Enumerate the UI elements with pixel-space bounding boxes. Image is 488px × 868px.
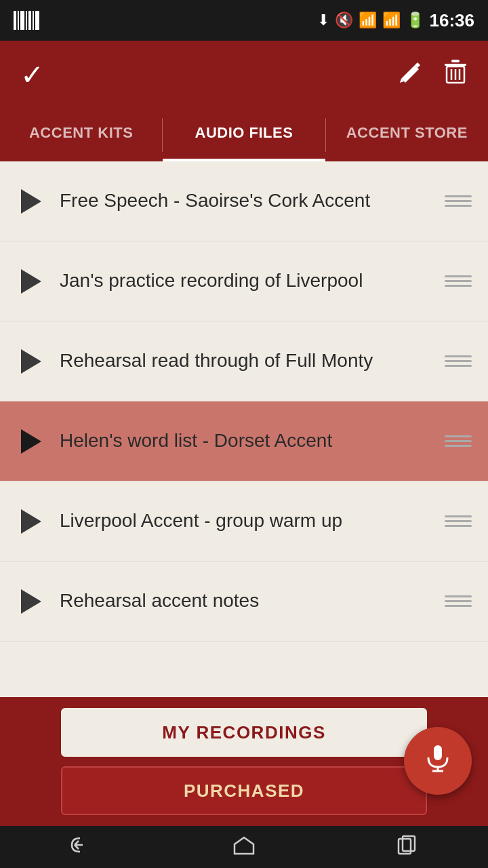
drag-handle-2[interactable] [445,275,472,287]
audio-title-6: Rehearsal accent notes [60,589,434,613]
mute-icon: 🔇 [335,12,353,29]
tab-accent-kits[interactable]: ACCENT KITS [0,108,162,161]
status-right: ⬇ 🔇 📶 📶 🔋 16:36 [317,10,475,31]
play-triangle-icon-6 [21,589,41,614]
drag-handle-5[interactable] [445,515,472,527]
back-button[interactable] [69,835,94,860]
status-time: 16:36 [430,10,475,31]
play-button-2[interactable] [16,267,46,296]
audio-item-5[interactable]: Liverpool Accent - group warm up [0,481,488,561]
svg-rect-0 [445,64,466,66]
wifi-icon: 📶 [359,12,377,29]
play-button-1[interactable] [16,186,46,216]
audio-title-1: Free Speech - Saoirse's Cork Accent [60,189,434,213]
audio-item-4[interactable]: Helen's word list - Dorset Accent [0,401,488,481]
status-left [14,11,39,30]
battery-icon: 🔋 [406,12,424,29]
play-triangle-icon-1 [21,189,41,214]
mic-icon [423,743,453,779]
drag-handle-1[interactable] [445,195,472,207]
tabs-bar: ACCENT KITS AUDIO FILES ACCENT STORE [0,108,488,161]
audio-title-5: Liverpool Accent - group warm up [60,509,434,533]
play-triangle-icon-5 [21,509,41,534]
drag-handle-4[interactable] [445,435,472,447]
play-button-5[interactable] [16,507,46,536]
svg-rect-6 [434,745,442,760]
purchased-button[interactable]: PURCHASED [61,766,427,815]
svg-rect-1 [451,60,460,62]
play-button-3[interactable] [16,347,46,376]
barcode-icon [14,11,39,30]
bluetooth-icon: ⬇ [317,12,329,29]
audio-item-6[interactable]: Rehearsal accent notes [0,561,488,642]
signal-icon: 📶 [382,12,401,29]
play-triangle-icon-3 [21,349,41,374]
drag-handle-6[interactable] [445,595,472,607]
play-triangle-icon-2 [21,269,41,294]
navigation-bar [0,826,488,868]
edit-button[interactable] [399,60,423,90]
toolbar: ✓ [0,41,488,108]
audio-item-3[interactable]: Rehearsal read through of Full Monty [0,321,488,401]
drag-handle-3[interactable] [445,355,472,367]
mic-fab-button[interactable] [404,727,472,795]
home-button[interactable] [232,835,256,860]
tab-accent-store[interactable]: ACCENT STORE [326,108,488,161]
audio-files-list: Free Speech - Saoirse's Cork Accent Jan'… [0,161,488,642]
audio-title-4: Helen's word list - Dorset Accent [60,429,434,453]
toolbar-right-actions [399,58,468,92]
tab-audio-files[interactable]: AUDIO FILES [163,108,325,161]
play-button-4[interactable] [16,427,46,456]
my-recordings-button[interactable]: MY RECORDINGS [61,708,427,757]
play-button-6[interactable] [16,587,46,616]
audio-item-2[interactable]: Jan's practice recording of Liverpool [0,241,488,321]
audio-title-2: Jan's practice recording of Liverpool [60,269,434,293]
recents-button[interactable] [394,835,419,860]
delete-button[interactable] [443,58,468,92]
audio-item-1[interactable]: Free Speech - Saoirse's Cork Accent [0,161,488,241]
play-triangle-icon-4 [21,429,41,454]
check-button[interactable]: ✓ [20,58,44,92]
audio-title-3: Rehearsal read through of Full Monty [60,349,434,373]
status-bar: ⬇ 🔇 📶 📶 🔋 16:36 [0,0,488,41]
